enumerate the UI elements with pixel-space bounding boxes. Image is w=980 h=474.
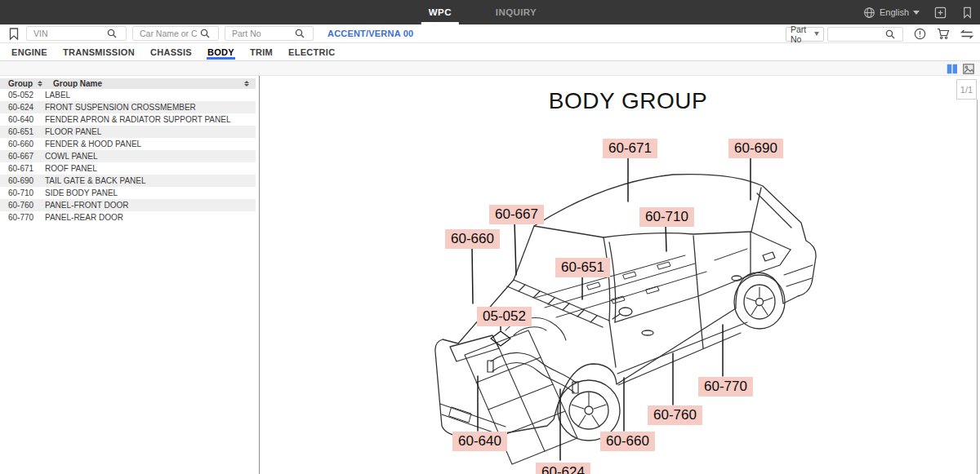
group-code-cell: 60-770 [0, 211, 45, 224]
table-row[interactable]: 60-651FLOOR PANEL [0, 126, 256, 138]
group-code-cell: 60-651 [0, 126, 45, 138]
language-selector[interactable]: English [863, 7, 920, 19]
sort-icon[interactable] [244, 81, 249, 86]
language-label: English [880, 7, 909, 17]
top-bar: WPC INQUIRY English [0, 0, 980, 24]
table-row[interactable]: 60-667COWL PANEL [0, 150, 256, 162]
group-code-cell: 60-624 [0, 101, 45, 113]
group-code-cell: 60-671 [0, 162, 45, 175]
table-row[interactable]: 60-671ROOF PANEL [0, 162, 256, 175]
search-type-dropdown[interactable]: Part No [786, 27, 824, 42]
table-row[interactable]: 60-760PANEL-FRONT DOOR [0, 199, 256, 211]
group-table-header: Group Group Name [0, 78, 256, 89]
topbar-actions: English [863, 0, 973, 24]
search-icon[interactable] [107, 29, 117, 38]
car-name-input[interactable] [133, 27, 200, 40]
group-name-cell: FLOOR PANEL [45, 126, 256, 138]
catalog-link[interactable]: ACCENT/VERNA 00 [327, 29, 413, 38]
top-tab-group: WPC INQUIRY [421, 0, 544, 24]
group-code-cell: 60-660 [0, 138, 45, 150]
group-table: Group Group Name 05-052LABEL60-624FRONT … [0, 78, 256, 224]
search-bar: ACCENT/VERNA 00 Part No [0, 24, 980, 43]
vin-input[interactable] [27, 27, 107, 40]
group-name-cell: SIDE BODY PANEL [45, 187, 256, 199]
part-group-label-05-052[interactable]: 05-052 [477, 307, 532, 326]
group-name-cell: FENDER APRON & RADIATOR SUPPORT PANEL [45, 113, 256, 126]
quick-search-field [827, 27, 903, 42]
column-header-group-name: Group Name [45, 79, 102, 88]
page-indicator: 1/1 [956, 79, 977, 100]
part-group-label-60-624[interactable]: 60-624 [536, 463, 590, 474]
tab-electric[interactable]: ELECTRIC [287, 43, 336, 60]
diagram-panel: BODY GROUP 60-671 60-690 60-667 60-710 6… [261, 61, 980, 474]
chevron-down-icon [913, 11, 920, 15]
globe-icon [863, 7, 875, 19]
part-group-label-60-660-hood[interactable]: 60-660 [600, 432, 655, 451]
group-code-cell: 60-690 [0, 175, 45, 187]
group-list-panel: Group Group Name 05-052LABEL60-624FRONT … [0, 76, 260, 474]
tab-transmission[interactable]: TRANSMISSION [62, 43, 136, 60]
vin-field [26, 26, 127, 41]
table-row[interactable]: 60-710SIDE BODY PANEL [0, 187, 256, 199]
part-group-label-60-710[interactable]: 60-710 [639, 207, 694, 227]
tab-trim[interactable]: TRIM [249, 43, 274, 60]
table-row[interactable]: 60-690TAIL GATE & BACK PANEL [0, 175, 256, 187]
swap-icon[interactable] [960, 29, 973, 40]
scrollbar[interactable] [977, 100, 978, 474]
tab-body[interactable]: BODY [207, 43, 235, 60]
sort-icon[interactable] [38, 81, 42, 86]
tab-inquiry-label: INQUIRY [496, 7, 537, 17]
part-group-label-60-760[interactable]: 60-760 [648, 405, 702, 425]
part-group-label-60-651[interactable]: 60-651 [555, 258, 610, 277]
group-table-body: 05-052LABEL60-624FRONT SUSPENSION CROSSM… [0, 89, 256, 224]
bookmark-icon[interactable] [961, 7, 973, 19]
part-group-label-60-770[interactable]: 60-770 [698, 377, 753, 396]
group-name-cell: LABEL [45, 89, 256, 101]
search-icon[interactable] [295, 29, 305, 38]
table-row[interactable]: 05-052LABEL [0, 89, 256, 101]
search-icon[interactable] [200, 29, 210, 38]
table-row[interactable]: 60-660FENDER & HOOD PANEL [0, 138, 256, 150]
part-no-input[interactable] [225, 27, 295, 40]
section-tabs: ENGINE TRANSMISSION CHASSIS BODY TRIM EL… [0, 43, 980, 61]
manual-icon[interactable] [934, 7, 947, 19]
chevron-down-icon [814, 32, 819, 36]
quick-search-input[interactable] [828, 28, 885, 41]
group-name-cell: TAIL GATE & BACK PANEL [45, 175, 256, 187]
info-icon[interactable] [914, 28, 926, 40]
car-line-drawing [261, 61, 980, 474]
bookmark-icon[interactable] [8, 28, 20, 40]
part-no-field [225, 26, 314, 41]
car-name-field [132, 26, 219, 41]
tab-engine[interactable]: ENGINE [11, 43, 48, 60]
tab-inquiry[interactable]: INQUIRY [488, 0, 544, 24]
group-code-cell: 60-640 [0, 113, 45, 126]
group-code-cell: 05-052 [0, 89, 45, 101]
group-name-cell: PANEL-FRONT DOOR [45, 199, 256, 211]
group-code-cell: 60-710 [0, 187, 45, 199]
cart-icon[interactable] [937, 28, 950, 40]
part-group-label-60-667[interactable]: 60-667 [489, 205, 544, 224]
diagram-title: BODY GROUP [549, 88, 707, 114]
part-group-label-60-690[interactable]: 60-690 [728, 139, 783, 158]
table-row[interactable]: 60-624FRONT SUSPENSION CROSSMEMBER [0, 101, 256, 113]
part-group-label-60-640[interactable]: 60-640 [452, 432, 507, 451]
group-name-cell: FRONT SUSPENSION CROSSMEMBER [45, 101, 256, 113]
table-row[interactable]: 60-770PANEL-REAR DOOR [0, 211, 256, 224]
group-code-cell: 60-667 [0, 150, 45, 162]
search-icon[interactable] [885, 29, 895, 39]
tab-wpc[interactable]: WPC [421, 0, 459, 24]
group-name-cell: PANEL-REAR DOOR [45, 211, 256, 224]
column-header-group: Group [0, 79, 33, 88]
search-type-value: Part No [791, 24, 814, 44]
group-code-cell: 60-760 [0, 199, 45, 211]
part-group-label-60-660-fender[interactable]: 60-660 [445, 229, 500, 249]
group-name-cell: COWL PANEL [45, 150, 256, 162]
table-row[interactable]: 60-640FENDER APRON & RADIATOR SUPPORT PA… [0, 113, 256, 126]
part-group-label-60-671[interactable]: 60-671 [603, 139, 657, 158]
tab-wpc-label: WPC [429, 7, 452, 17]
searchbar-right: Part No [786, 24, 973, 43]
group-name-cell: FENDER & HOOD PANEL [45, 138, 256, 150]
group-name-cell: ROOF PANEL [45, 162, 256, 175]
tab-chassis[interactable]: CHASSIS [149, 43, 193, 60]
